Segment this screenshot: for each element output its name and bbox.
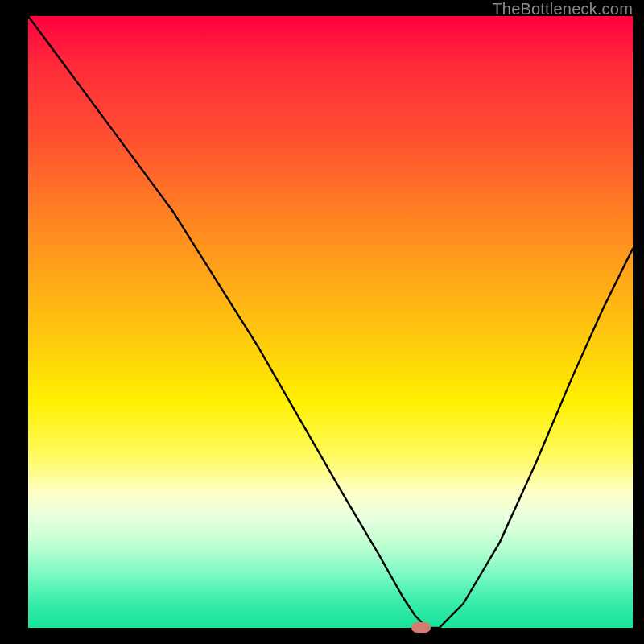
chart-frame: TheBottleneck.com xyxy=(0,0,644,644)
bottleneck-curve xyxy=(28,16,633,628)
watermark-text: TheBottleneck.com xyxy=(492,0,633,19)
plot-area xyxy=(28,16,633,628)
optimal-marker xyxy=(411,622,431,633)
